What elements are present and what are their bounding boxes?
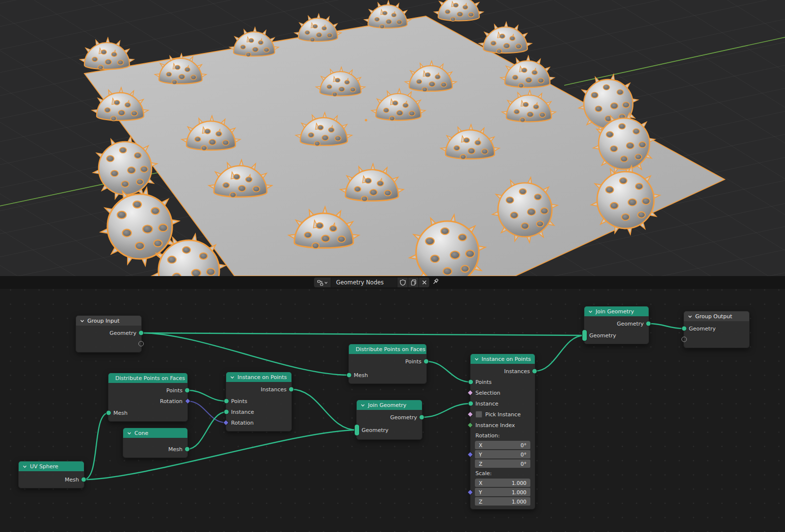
node-dpof-top[interactable]: Distribute Points on FacesPointsMesh xyxy=(348,344,427,384)
nodetree-browse-button[interactable] xyxy=(314,278,331,287)
geometry-socket[interactable] xyxy=(646,321,651,327)
scale-field-x[interactable]: X1.000 xyxy=(475,479,530,487)
points-socket[interactable] xyxy=(468,380,473,385)
node-title: Instance on Points xyxy=(237,374,287,380)
chevron-down-icon[interactable] xyxy=(23,464,27,469)
chevron-down-icon[interactable] xyxy=(588,309,593,314)
socket-label: Instances xyxy=(261,386,287,393)
mesh-socket[interactable] xyxy=(81,477,86,482)
node-iop-mid[interactable]: Instance on PointsInstancesPointsInstanc… xyxy=(226,372,292,431)
geometry-socket[interactable] xyxy=(138,330,144,336)
rotation-socket[interactable] xyxy=(467,451,473,457)
scale-socket[interactable] xyxy=(467,489,473,495)
selection-socket[interactable] xyxy=(467,390,473,396)
field-value: 0° xyxy=(521,452,526,457)
node-title: Instance on Points xyxy=(481,356,531,362)
chevron-down-icon[interactable] xyxy=(80,319,84,323)
mesh-socket[interactable] xyxy=(106,410,111,416)
close-icon xyxy=(421,279,427,285)
instance-index-socket[interactable] xyxy=(467,422,473,429)
socket-label: Points xyxy=(166,387,183,394)
rotation-vector-fields: X0°Y0°Z0° xyxy=(471,440,535,468)
fake-user-shield-button[interactable] xyxy=(397,278,408,287)
rotation-socket[interactable] xyxy=(223,420,229,426)
node-cone[interactable]: ConeMesh xyxy=(123,428,188,458)
node-iop-right[interactable]: Instance on PointsInstancesPointsSelecti… xyxy=(470,354,535,509)
row-pick-instance: Pick Instance xyxy=(471,409,535,420)
node-title: Join Geometry xyxy=(368,402,406,408)
field-value: 1.000 xyxy=(512,489,526,495)
pin-button[interactable] xyxy=(431,278,441,287)
node-join-top[interactable]: Join GeometryGeometryGeometry xyxy=(584,306,649,344)
socket-label: Rotation xyxy=(160,398,183,405)
socket-label: Selection xyxy=(475,390,500,396)
points-socket[interactable] xyxy=(224,399,229,404)
node-link xyxy=(84,413,109,480)
chevron-down-icon[interactable] xyxy=(688,314,692,319)
points-socket[interactable] xyxy=(184,388,190,393)
rotation-field-y[interactable]: Y0° xyxy=(475,450,530,458)
pick-instance-socket[interactable] xyxy=(467,411,473,418)
node-tree-id-block: Geometry Nodes xyxy=(314,278,430,287)
socket-label: Geometry xyxy=(589,332,616,339)
node-title: UV Sphere xyxy=(30,463,58,470)
chevron-down-icon[interactable] xyxy=(361,403,365,407)
points-socket[interactable] xyxy=(423,359,429,364)
node-title: Join Geometry xyxy=(596,308,634,315)
rotation-field-x[interactable]: X0° xyxy=(475,441,530,449)
node-group-output[interactable]: Group OutputGeometry xyxy=(683,311,750,348)
row-instance: Instance xyxy=(471,398,535,409)
socket-label: Instance xyxy=(475,401,498,407)
socket-label: Points xyxy=(475,379,492,385)
instance-socket[interactable] xyxy=(468,401,473,406)
mesh-socket[interactable] xyxy=(346,373,352,378)
node-join-mid[interactable]: Join GeometryGeometryGeometry xyxy=(356,400,422,440)
chevron-down-icon[interactable] xyxy=(474,357,478,361)
mesh-socket[interactable] xyxy=(184,447,190,452)
geometry-socket[interactable] xyxy=(582,329,587,341)
node-title: Group Output xyxy=(695,313,732,320)
row-geometry: Geometry xyxy=(357,424,422,436)
geometry-socket[interactable] xyxy=(681,326,687,331)
pick-instance-checkbox[interactable] xyxy=(475,411,482,418)
socket-label: Instance xyxy=(231,409,254,415)
instance-socket[interactable] xyxy=(224,409,229,415)
node-link xyxy=(422,404,471,417)
scale-field-z[interactable]: Z1.000 xyxy=(475,497,530,506)
socket-label: Points xyxy=(231,398,247,405)
instances-socket[interactable] xyxy=(288,387,294,392)
unlink-button[interactable] xyxy=(419,278,429,287)
row-points: Points xyxy=(108,385,187,396)
rotation-field-z[interactable]: Z0° xyxy=(475,459,530,468)
row-mesh: Mesh xyxy=(19,474,84,485)
socket-label: Instance Index xyxy=(475,422,515,429)
chevron-down-icon[interactable] xyxy=(230,375,235,380)
node-uv-sphere[interactable]: UV SphereMesh xyxy=(18,461,84,488)
extend-socket[interactable] xyxy=(138,341,144,347)
row-geometry: Geometry xyxy=(584,330,649,341)
node-dpof-left[interactable]: Distribute Points on FacesPointsRotation… xyxy=(108,373,188,422)
geometry-socket[interactable] xyxy=(419,415,424,420)
scale-field-y[interactable]: Y1.000 xyxy=(475,488,530,496)
node-group-input[interactable]: Group InputGeometry xyxy=(76,315,142,353)
spiky-instance[interactable] xyxy=(434,0,484,21)
socket-label: Geometry xyxy=(390,414,417,421)
extend-socket[interactable] xyxy=(681,337,687,342)
tree-name-input[interactable]: Geometry Nodes xyxy=(331,278,397,287)
row-geometry: Geometry xyxy=(357,412,422,423)
axis-label: Y xyxy=(479,452,482,457)
node-title: Group Input xyxy=(87,318,119,324)
chevron-down-icon[interactable] xyxy=(127,431,131,435)
node-link xyxy=(187,412,227,449)
rotation-socket[interactable] xyxy=(184,398,191,405)
row-points: Points xyxy=(349,356,426,367)
row-geometry: Geometry xyxy=(684,323,749,334)
row-instances: Instances xyxy=(226,384,291,395)
axis-label: Y xyxy=(479,489,482,495)
geometry-socket[interactable] xyxy=(354,424,360,436)
row-mesh: Mesh xyxy=(123,444,187,455)
duplicate-data-button[interactable] xyxy=(408,278,419,287)
extend-row xyxy=(684,334,749,345)
node-link xyxy=(141,333,349,375)
instances-socket[interactable] xyxy=(532,369,537,374)
